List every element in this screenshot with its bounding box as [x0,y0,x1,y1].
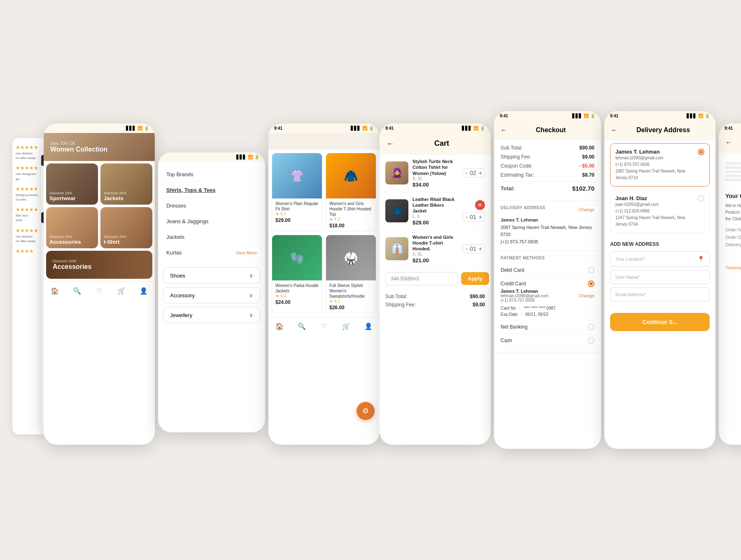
filter-fab-button[interactable]: ⚙ [357,402,375,420]
delivery-change-button[interactable]: Change [578,207,594,212]
dropdown-jewellery[interactable]: Jewellery ∨ [163,307,260,323]
menu-item-top-brands[interactable]: Top Brands [158,167,265,182]
product-price-4: $26.00 [329,305,373,310]
payment-net-banking[interactable]: Net Banking [501,320,594,334]
cash-radio[interactable] [588,337,594,344]
nav-heart-icon[interactable]: ♡ [94,286,104,296]
nav-user-icon[interactable]: 👤 [139,286,149,296]
net-banking-radio[interactable] [588,324,594,330]
menu-item-kurtas[interactable]: Kurtas View More [158,245,265,261]
products-battery: 🔋 [369,126,374,131]
category-card-tshirt[interactable]: Discount 25% t-Shirt [100,207,152,248]
addr-info-2: Joan H. Diaz joan.h2050@gmail.com (+1) 3… [615,195,694,228]
view-more-link[interactable]: View More [235,250,257,255]
success-title: Succes... [732,139,741,146]
menu-item-jackets[interactable]: Jackets [158,229,265,245]
menu-item-shirts[interactable]: Shirts, Tops & Tees [158,182,265,198]
product-card-1[interactable]: 👚 Women's Plain Regular Fit Shirt ★ 4.5 … [272,153,322,231]
success-back-button[interactable]: ← [725,139,732,146]
qty-control-1[interactable]: - 02 + [463,168,485,177]
cat-name-jacket: Jackets [104,195,149,201]
prod-nav-heart[interactable]: ♡ [319,321,329,331]
category-card-sportwear[interactable]: Discount 20% Sportwear [46,163,98,205]
products-time: 9:41 [274,126,282,131]
checkout-back-button[interactable]: ← [501,126,507,134]
product-card-3[interactable]: 🧤 Women's Parka Hoodie Jackets ★ 4.3 $24… [272,235,322,313]
cart-item-name-2: Leather Ritail Black Leather Bikers Jack… [412,196,459,214]
debit-radio[interactable] [588,267,594,273]
cat-name-tshirt: t-Shirt [104,239,149,245]
nav-home-icon[interactable]: 🏠 [50,286,60,296]
addr-email-2: joan.h2050@gmail.com [615,201,694,208]
location-field[interactable]: Your Location* 📍 [610,251,710,267]
category-card-accessories[interactable]: Discount 15% Accessories [46,207,98,248]
coupon-input[interactable] [385,272,458,285]
order-date-row: Order Date: 19 J... [725,235,741,240]
exp-date-value: 06/21, 09/23 [525,312,548,317]
qty-control-2[interactable]: - 01 + [463,212,485,222]
product-info-3: Women's Parka Hoodie Jackets ★ 4.3 $24.0… [272,280,322,308]
category-grid: Discount 20% Sportwear Discount 25% Jack… [44,161,155,251]
order-number-label: Order Number: [725,227,741,232]
address-card-2[interactable]: Joan H. Diaz joan.h2050@gmail.com (+1) 3… [610,190,710,233]
tracking-link[interactable]: Tracking [725,265,741,270]
cart-item-size-3: X, XL [412,252,459,257]
qty-minus-2[interactable]: - [466,214,468,220]
qty-plus-2[interactable]: + [479,214,482,220]
nav-cart-icon[interactable]: 🛒 [117,286,126,296]
category-card-jackets[interactable]: Discount 25% Jackets [100,163,152,205]
chevron-accessory-icon: ∨ [249,292,253,299]
qty-minus-1[interactable]: - [466,170,468,176]
menu-item-jeans[interactable]: Jeans & Jaggings [158,214,265,229]
addr-radio-2[interactable] [698,195,704,202]
product-info-2: Women's and Girls Hoodie T-Shirt Hooded … [326,198,376,231]
payment-debit-card[interactable]: Debit Card [501,264,594,277]
remove-item-2-button[interactable]: ✕ [475,200,485,210]
credit-change-button[interactable]: Change [578,293,594,298]
continue-button[interactable]: Continue S... [610,313,710,331]
prod-nav-user[interactable]: 👤 [364,321,373,331]
success-time: 9:41 [725,126,733,131]
cart-status-bar: 9:41 ▋▋▋ 📶 🔋 [380,124,491,133]
username-field[interactable]: User Name* [610,270,710,284]
addr-radio-1[interactable] [698,149,704,155]
prod-nav-home[interactable]: 🏠 [275,321,284,331]
dropdown-shoes[interactable]: Shoes ∨ [163,267,260,284]
qty-control-3[interactable]: - 01 + [463,244,485,253]
category-card-wide[interactable]: Discount 1596 Accessories [46,251,152,279]
apply-button[interactable]: Apply [461,272,489,285]
qty-plus-3[interactable]: + [479,245,482,252]
dropdown-accessory[interactable]: Accessory ∨ [163,287,260,303]
signal-icon: ▋▋▋ [126,126,136,131]
exp-date-label: Exp.Date [501,312,517,317]
checkout-time: 9:41 [500,114,508,118]
prod-nav-cart[interactable]: 🛒 [341,321,351,331]
menu-item-dresses[interactable]: Dresses [158,198,265,214]
card-no-value: **** **** **** 0987 [524,306,555,310]
nav-search-icon[interactable]: 🔍 [72,286,82,296]
shipping-value: $9.00 [473,302,485,308]
credit-radio[interactable] [588,280,594,287]
order-number-row: Order Number: #GJ... [725,227,741,232]
qty-minus-3[interactable]: - [466,245,468,252]
address-card-1[interactable]: James T. Lehman lehman.t2090@gmail.com (… [610,143,710,187]
payment-cash[interactable]: Cash [501,334,594,348]
qty-plus-1[interactable]: + [479,170,482,176]
product-price-2: $18.00 [329,223,373,229]
product-name-1: Women's Plain Regular Fit Shirt [275,201,319,212]
prod-nav-search[interactable]: 🔍 [297,321,307,331]
cart-item-price-3: $21.00 [412,257,459,264]
payment-credit-card[interactable]: Credit Card James T. Lehman lehman.t2090… [501,277,594,320]
checkout-screen: 9:41 ▋▋▋ 📶 🔋 ← Checkout Sub Total: $90.0… [494,111,601,449]
product-card-4[interactable]: 🥋 Full Sleeve Stylish Women's Sweatshirt… [326,235,376,313]
email-field[interactable]: Email Address* [610,287,710,301]
exp-separator: : [521,312,522,317]
product-card-2[interactable]: 🧥 Women's and Girls Hoodie T-Shirt Hoode… [326,153,376,231]
success-body-title: Your Order is [725,193,741,199]
delivery-back-button[interactable]: ← [611,126,618,134]
cat-discount-wide: Discount 1596 [53,259,91,263]
checkout-header: ← Checkout [494,121,601,140]
checkout-tax-row: Estimating Tax: $8.70 [501,172,594,178]
success-status-bar: 9:41 ▋▋▋ 📶 [719,124,741,133]
cart-back-button[interactable]: ← [386,139,394,148]
